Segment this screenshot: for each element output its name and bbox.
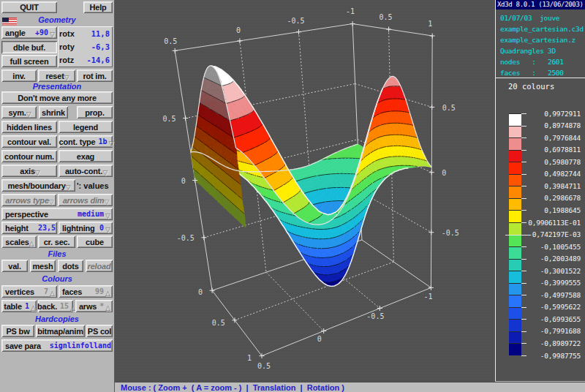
- val-button[interactable]: val.: [1, 260, 28, 272]
- info-panel: Xd3d 8.0.1 (13/06/2003) 01/07/03 jouveex…: [495, 0, 585, 381]
- colorbar-value: 0,4982744: [544, 170, 581, 178]
- colorbar-tick: [521, 246, 526, 247]
- colorbar-tick: [521, 343, 526, 344]
- dropdown-icon: [102, 165, 107, 178]
- reset-button-label: reset: [42, 72, 64, 80]
- colorbar-swatch: [509, 307, 521, 320]
- colorbar-value: -0,1005455: [540, 243, 581, 251]
- colorbar-swatch: [509, 210, 521, 222]
- mesh-button[interactable]: mesh: [30, 260, 56, 272]
- rot-im-button[interactable]: rot im.: [77, 69, 113, 82]
- colorbar-value: 0,3984711: [544, 182, 581, 190]
- info-line: nodes : 2601: [500, 56, 584, 67]
- axis-tick-label: -1: [423, 293, 432, 301]
- cont-type-button-label: cont. type: [56, 137, 96, 146]
- xd3d-window: QUITHelpGeometryangle+90 rotx11,8 roty-6…: [0, 0, 585, 392]
- colorbar-value: -0,8989722: [540, 339, 581, 347]
- shrink-button[interactable]: shrink: [39, 106, 68, 118]
- table-button[interactable]: table1: [1, 300, 37, 312]
- roty-label: roty: [59, 42, 75, 51]
- scales-button[interactable]: scales: [1, 235, 37, 248]
- colorbar-value: 0,5980778: [544, 158, 581, 166]
- prop-button[interactable]: prop.: [77, 106, 113, 118]
- colorbar-swatch: [509, 126, 521, 138]
- angle-button-label: angle: [1, 29, 26, 37]
- contour-num-button[interactable]: contour num.: [1, 150, 57, 162]
- legend-button[interactable]: legend: [58, 121, 113, 133]
- reload-button[interactable]: reload: [86, 260, 113, 272]
- axis-tick-label: 0: [181, 177, 186, 185]
- inv-button-label: inv.: [12, 72, 25, 80]
- colorbar-swatch: [509, 174, 521, 186]
- colorbar-swatch: [509, 137, 521, 150]
- help-button-label: Help: [89, 3, 106, 12]
- colorbar-tick: [521, 186, 526, 186]
- colorbar-value: 0,1988645: [544, 206, 581, 214]
- plot-area[interactable]: .be{stroke:#d4d4d4}.bd{stroke:#cfcfcf;st…: [115, 0, 495, 382]
- cr-sec-button[interactable]: cr. sec.: [38, 235, 75, 248]
- colorbar-value: 0,9906113E-01: [528, 219, 581, 227]
- colorbar-swatch: [509, 343, 521, 355]
- cont-type-button[interactable]: cont. type1b: [58, 135, 113, 148]
- help-button[interactable]: Help: [83, 1, 113, 13]
- hardcopies-heading: Hardcopies: [0, 314, 114, 323]
- arrows-dim-button-label: arrows dim: [59, 196, 105, 205]
- lightning-button-value: 0: [99, 224, 105, 232]
- angle-button[interactable]: angle+90: [1, 26, 57, 39]
- height-button[interactable]: height23,5: [1, 222, 57, 234]
- dropdown-icon: [105, 222, 110, 235]
- arrows-type-button[interactable]: arrows type: [1, 194, 56, 206]
- mesh-button-label: mesh: [33, 262, 53, 271]
- bitmap-anim-button[interactable]: bitmap/anim: [36, 325, 85, 337]
- auto-cont-button[interactable]: auto-cont.: [58, 165, 113, 177]
- inv-button[interactable]: inv.: [1, 69, 37, 82]
- axis-tick-label: 0.5: [257, 362, 271, 370]
- mesh-boundary-button[interactable]: mesh/boundary: [1, 179, 75, 192]
- files-heading: Files: [0, 249, 114, 258]
- axis-button-label: axis: [16, 167, 35, 176]
- full-screen-button[interactable]: full screen: [1, 55, 57, 67]
- table-button-value: 1: [25, 302, 31, 310]
- ps-col-button[interactable]: PS col: [86, 325, 113, 337]
- axis-tick-label: -0.5: [366, 312, 384, 320]
- quit-button[interactable]: QUIT: [1, 1, 57, 13]
- cube-button[interactable]: cube: [77, 235, 113, 248]
- perspective-button[interactable]: perspectivemedium: [1, 208, 113, 220]
- geometry-heading: Geometry: [0, 15, 114, 24]
- axis-tick-label: 0: [236, 26, 241, 34]
- reset-button[interactable]: reset: [38, 69, 75, 82]
- dont-move-button-label: Don't move any more: [18, 94, 97, 102]
- axis-tick-label: -0.5: [287, 17, 304, 25]
- arrows-dim-button[interactable]: arrows dim: [58, 194, 113, 206]
- colorbar-value: -0,4997588: [540, 291, 581, 299]
- hidden-lines-button-label: hidden lines: [7, 123, 52, 132]
- colorbar-swatch: [509, 295, 521, 307]
- save-para-button[interactable]: save parasignlinfolland: [1, 339, 113, 352]
- bitmap-anim-button-label: bitmap/anim: [37, 327, 83, 336]
- rotx-row: rotx11,8: [59, 27, 111, 40]
- auto-cont-button-label: auto-cont.: [61, 167, 102, 176]
- ps-bw-button[interactable]: PS bw: [1, 325, 34, 337]
- dont-move-button[interactable]: Don't move any more: [1, 91, 113, 104]
- faces-button[interactable]: faces99: [58, 285, 113, 298]
- back-button[interactable]: back.15: [38, 300, 73, 312]
- control-sidebar: QUITHelpGeometryangle+90 rotx11,8 roty-6…: [0, 0, 115, 392]
- table-button-label: table: [0, 302, 22, 311]
- exag-button[interactable]: exag: [58, 150, 113, 162]
- colorbar-tick: [521, 319, 526, 320]
- colorbar-value: -0,6993655: [540, 315, 581, 323]
- colorbar-value: 0,7976844: [544, 134, 581, 142]
- axis-button[interactable]: axis: [1, 165, 57, 177]
- contour-val-button[interactable]: contour val.: [1, 135, 57, 148]
- vertices-button[interactable]: vertices7: [1, 285, 57, 298]
- rotz-label: rotz: [59, 56, 74, 64]
- lightning-button[interactable]: lightning0: [58, 222, 113, 234]
- mesh-boundary-button-label: mesh/boundary: [4, 181, 65, 190]
- dots-button[interactable]: dots: [58, 260, 83, 272]
- dble-buf-button[interactable]: dble buf.: [1, 41, 57, 53]
- sym-button[interactable]: sym.: [1, 106, 37, 118]
- hidden-lines-button[interactable]: hidden lines: [1, 121, 57, 133]
- info-line: faces : 2500: [500, 67, 584, 78]
- shrink-button-label: shrink: [42, 108, 65, 117]
- arws-button[interactable]: arws*: [75, 300, 113, 312]
